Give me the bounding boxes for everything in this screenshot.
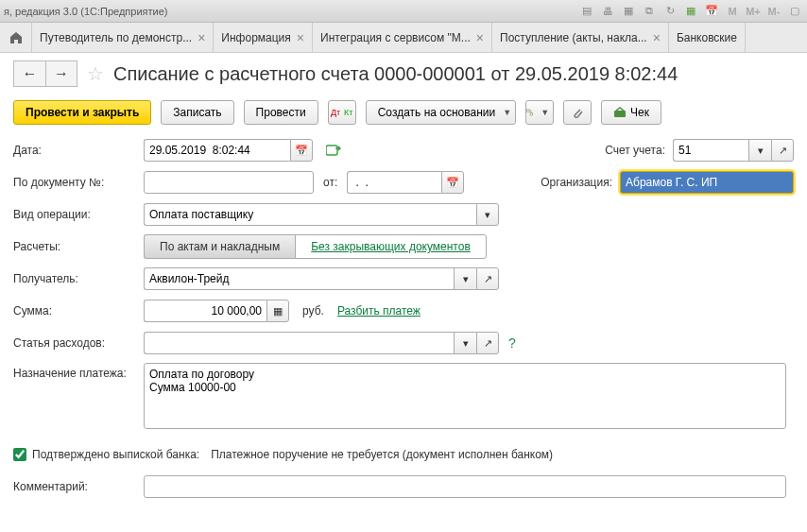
split-payment-link[interactable]: Разбить платеж — [337, 304, 421, 317]
create-on-basis-button[interactable]: Создать на основании▼ — [366, 100, 516, 125]
open-icon[interactable]: ↗ — [771, 139, 794, 162]
m-minus-icon[interactable]: M- — [765, 3, 782, 20]
doc-icon[interactable]: ▦ — [620, 3, 637, 20]
expense-input[interactable] — [144, 332, 454, 354]
comment-input[interactable] — [144, 475, 786, 498]
close-icon[interactable]: × — [297, 30, 304, 45]
tab-bank[interactable]: Банковские — [669, 23, 746, 52]
titlebar-icons: ▤ 🖶 ▦ ⧉ ↻ ▦ 📅 M M+ M- ▢ — [578, 3, 803, 20]
dropdown-icon[interactable]: ▾ — [476, 203, 499, 226]
tab-receipt[interactable]: Поступление (акты, накла... × — [492, 23, 669, 52]
account-input[interactable] — [673, 139, 748, 162]
tab-guide[interactable]: Путеводитель по демонстр... × — [32, 23, 214, 52]
op-type-input[interactable] — [144, 203, 476, 226]
confirmed-label: Подтверждено выпиской банка: — [32, 448, 199, 461]
from-label: от: — [323, 176, 337, 189]
save-button[interactable]: Записать — [161, 100, 233, 125]
doc-date-input[interactable] — [347, 171, 441, 194]
doc-num-input[interactable] — [144, 171, 314, 194]
calendar-icon[interactable]: 📅 — [703, 3, 720, 20]
m-plus-icon[interactable]: M+ — [745, 3, 762, 20]
date-input[interactable] — [144, 139, 290, 162]
star-icon[interactable]: ☆ — [87, 62, 104, 85]
org-input[interactable] — [620, 171, 794, 194]
status-icon[interactable] — [326, 144, 341, 157]
dt-kt-button[interactable]: ДтКт — [328, 100, 356, 125]
calculator-icon[interactable]: ▦ — [266, 300, 289, 322]
nav-buttons: ← → — [13, 60, 77, 87]
confirmed-checkbox[interactable] — [13, 448, 26, 461]
back-button[interactable]: ← — [13, 60, 45, 87]
sum-input[interactable] — [144, 300, 266, 322]
forward-button[interactable]: → — [45, 60, 77, 87]
refresh-icon[interactable]: ↻ — [661, 3, 678, 20]
sum-label: Сумма: — [13, 304, 138, 317]
recipient-input[interactable] — [144, 267, 454, 290]
svg-rect-0 — [527, 110, 530, 112]
titlebar-text: я, редакция 3.0 (1С:Предприятие) — [4, 6, 578, 17]
seg-without-link[interactable]: Без закрывающих документов — [295, 234, 487, 259]
seg-acts-button[interactable]: По актам и накладным — [144, 234, 295, 259]
calc-icon[interactable]: ▦ — [682, 3, 699, 20]
collapse-icon[interactable]: ▢ — [786, 3, 803, 20]
comment-label: Комментарий: — [13, 480, 138, 493]
org-label: Организация: — [541, 176, 612, 189]
doc-num-label: По документу №: — [13, 176, 138, 189]
svg-rect-1 — [530, 113, 533, 116]
print-icon[interactable]: 🖶 — [599, 3, 616, 20]
open-icon[interactable]: ↗ — [476, 267, 499, 290]
check-button[interactable]: Чек — [601, 100, 661, 125]
close-icon[interactable]: × — [653, 30, 661, 45]
dropdown-icon[interactable]: ▾ — [748, 139, 771, 162]
titlebar: я, редакция 3.0 (1С:Предприятие) ▤ 🖶 ▦ ⧉… — [0, 0, 807, 23]
post-and-close-button[interactable]: Провести и закрыть — [13, 100, 151, 125]
currency-label: руб. — [302, 304, 324, 317]
calendar-icon[interactable]: 📅 — [290, 139, 313, 162]
date-label: Дата: — [13, 144, 138, 157]
m-icon[interactable]: M — [724, 3, 741, 20]
recipient-label: Получатель: — [13, 272, 138, 285]
close-icon[interactable]: × — [197, 30, 205, 45]
purpose-label: Назначение платежа: — [13, 363, 138, 380]
op-type-label: Вид операции: — [13, 208, 138, 221]
post-button[interactable]: Провести — [244, 100, 318, 125]
calendar-icon[interactable]: 📅 — [441, 171, 464, 194]
close-icon[interactable]: × — [476, 30, 484, 45]
dropdown-icon[interactable]: ▾ — [454, 332, 476, 354]
tab-integration[interactable]: Интеграция с сервисом "М... × — [313, 23, 492, 52]
tabbar: Путеводитель по демонстр... × Информация… — [0, 23, 807, 53]
tab-info[interactable]: Информация × — [214, 23, 313, 52]
purpose-textarea[interactable] — [144, 363, 786, 429]
compare-icon[interactable]: ⧉ — [641, 3, 658, 20]
nav-icon[interactable]: ▤ — [578, 3, 595, 20]
help-icon[interactable]: ? — [508, 335, 516, 351]
related-button[interactable]: ▼ — [525, 100, 554, 125]
svg-rect-3 — [326, 146, 337, 155]
order-not-required-text: Платежное поручение не требуется (докуме… — [211, 448, 553, 461]
svg-rect-2 — [614, 111, 626, 117]
calc-label: Расчеты: — [13, 240, 138, 253]
account-label: Счет учета: — [605, 144, 665, 157]
attach-button[interactable] — [563, 100, 592, 125]
page-title: Списание с расчетного счета 0000-000001 … — [113, 63, 678, 85]
dropdown-icon[interactable]: ▾ — [454, 267, 476, 290]
expense-label: Статья расходов: — [13, 336, 138, 350]
home-tab[interactable] — [0, 23, 32, 52]
open-icon[interactable]: ↗ — [476, 332, 499, 354]
